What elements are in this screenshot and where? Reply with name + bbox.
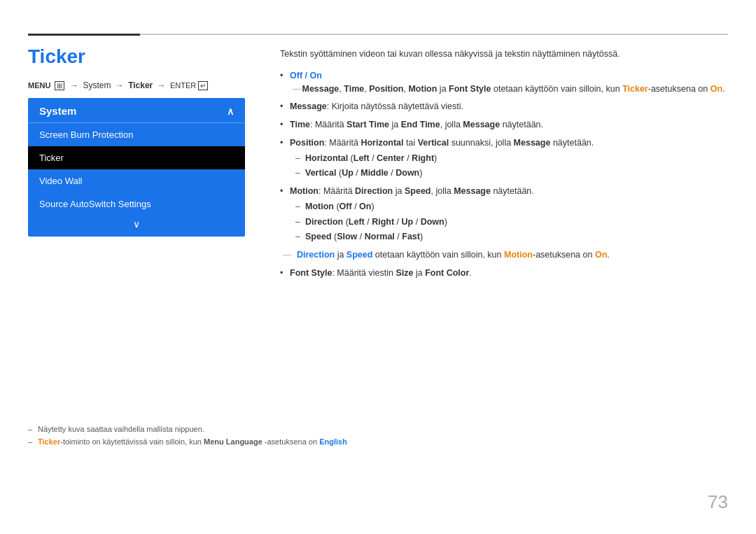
list-item-direction-note: — Direction ja Speed otetaan käyttöön va… [280,248,728,262]
footer-note-2: Ticker-toiminto on käytettävissä vain si… [28,437,728,446]
page-number: 73 [708,491,728,513]
sub-item-speed: Speed (Slow / Normal / Fast) [295,230,728,244]
breadcrumb: MENU ⊞ → System → Ticker → ENTER ↵ [28,80,208,90]
sidebar-menu: System ∧ Screen Burn Protection Ticker V… [28,98,245,237]
footer-notes: Näytetty kuva saattaa vaihdella mallista… [28,425,728,450]
position-sub-list: Horizontal (Left / Center / Right) Verti… [290,152,728,181]
direction-note-text: Direction ja Speed otetaan käyttöön vain… [297,250,610,260]
footer-note-2-text: -toiminto on käytettävissä vain silloin,… [60,437,204,446]
sub-item-vertical: Vertical (Up / Middle / Down) [295,167,728,180]
content-area: Tekstin syöttäminen videon tai kuvan oll… [280,48,728,285]
breadcrumb-enter: ENTER ↵ [170,81,208,90]
ticker-label: Ticker [38,437,60,446]
sub-item-horizontal: Horizontal (Left / Center / Right) [295,152,728,165]
content-intro: Tekstin syöttäminen videon tai kuvan oll… [280,48,728,61]
breadcrumb-system: System [83,80,111,90]
footer-note-1: Näytetty kuva saattaa vaihdella mallista… [28,425,728,433]
sidebar-item-source-autoswitch[interactable]: Source AutoSwitch Settings [28,192,245,216]
list-item-time: Time: Määritä Start Time ja End Time, jo… [280,118,728,132]
english-label: English [319,437,347,446]
sidebar-item-screen-burn[interactable]: Screen Burn Protection [28,123,245,146]
sidebar-item-ticker[interactable]: Ticker [28,146,245,169]
sub-item-direction: Direction (Left / Right / Up / Down) [295,216,728,229]
breadcrumb-ticker: Ticker [128,80,153,90]
list-item-motion: Motion: Määritä Direction ja Speed, joll… [280,185,728,244]
off-on-note: Message, Time, Position, Motion ja Font … [302,84,724,94]
list-item-message: Message: Kirjoita näytössä näytettävä vi… [280,100,728,113]
sidebar-item-video-wall[interactable]: Video Wall [28,169,245,192]
list-item-position: Position: Määritä Horizontal tai Vertica… [280,136,728,180]
list-item-off-on: Off / On — Message, Time, Position, Moti… [280,69,728,96]
footer-note-2-mid: -asetuksena on [262,437,319,446]
top-rule-accent [28,34,140,36]
menu-label: MENU [28,81,50,90]
breadcrumb-arrow-1: → [70,80,78,90]
sidebar-title: System [39,105,76,117]
breadcrumb-arrow-2: → [115,80,124,90]
chevron-down-icon: ∨ [28,216,245,230]
off-on-label: Off / On [290,71,322,80]
menu-icon: ⊞ [55,81,64,90]
breadcrumb-arrow-3: → [158,80,166,90]
page-title: Ticker [28,45,85,68]
motion-sub-list: Motion (Off / On) Direction (Left / Righ… [290,200,728,244]
chevron-up-icon: ∧ [227,106,234,117]
list-item-font-style: Font Style: Määritä viestin Size ja Font… [280,267,728,280]
content-list: Off / On — Message, Time, Position, Moti… [280,69,728,280]
menu-language-label: Menu Language [204,437,262,446]
sidebar-header: System ∧ [28,98,245,123]
sub-item-motion-off-on: Motion (Off / On) [295,200,728,213]
